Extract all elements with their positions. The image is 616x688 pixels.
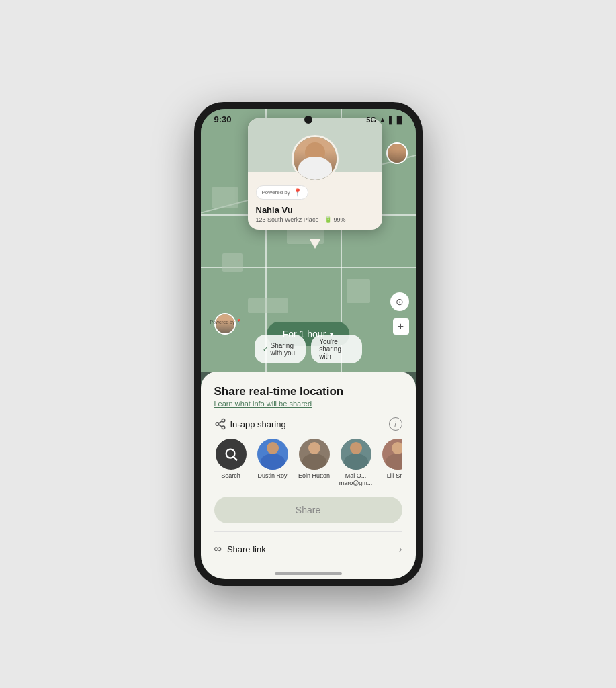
contact-search[interactable]: Search (214, 439, 248, 487)
home-indicator (201, 568, 416, 579)
search-icon (224, 447, 238, 462)
network-indicator: 5G (366, 116, 376, 124)
in-app-text: In-app sharing (230, 419, 286, 429)
share-link-label: Share link (227, 544, 266, 554)
svg-point-2 (222, 426, 225, 429)
info-icon[interactable]: i (389, 417, 402, 431)
contact-mai[interactable]: Mai O... maro@gm... (339, 439, 373, 487)
svg-point-1 (216, 423, 219, 426)
status-icons: 5G ▲ ▌ █ (366, 116, 402, 124)
separator: · (320, 216, 322, 223)
google-maps-small-icon: 📍 (236, 319, 242, 325)
svg-line-3 (218, 425, 222, 427)
map-block (347, 280, 370, 303)
share-link-left: ∞ Share link (214, 543, 266, 555)
dustin-name: Dustin Roy (257, 472, 287, 480)
battery-level: 🔋 99% (324, 216, 346, 223)
map-area[interactable]: Powered by 📍 Nahla Vu 123 South Werkz Pl… (201, 109, 416, 372)
location-card: Powered by 📍 Nahla Vu 123 South Werkz Pl… (248, 118, 382, 230)
lili-avatar (382, 439, 402, 470)
you-sharing-with-label: You're sharing with (319, 338, 353, 360)
home-bar (275, 572, 342, 575)
bottom-sheet-title: Share real-time location (214, 385, 402, 398)
bottom-sheet: Share real-time location Learn what info… (201, 372, 416, 568)
phone-screen: 9:30 5G ▲ ▌ █ (201, 109, 416, 579)
signal-icon: ▲ (379, 116, 386, 124)
share-network-icon (214, 418, 226, 430)
share-btn-label: Share (296, 505, 320, 515)
battery-icon: █ (397, 116, 402, 124)
contacts-row: Search Dustin Roy (214, 439, 402, 487)
wifi-icon: ▌ (389, 116, 394, 124)
map-block (248, 298, 288, 313)
svg-line-4 (218, 421, 222, 423)
map-powered-by: Powered by 📍 (210, 319, 243, 325)
address-text: 123 South Werkz Place (256, 216, 319, 223)
avatar-body (298, 157, 332, 180)
you-sharing-with-tab[interactable]: You're sharing with (311, 335, 361, 363)
target-icon: ⊙ (396, 296, 404, 307)
user-avatar-map (292, 135, 339, 182)
svg-line-6 (234, 458, 237, 461)
in-app-label: In-app sharing (214, 418, 286, 430)
search-label: Search (221, 472, 240, 480)
bottom-sheet-subtitle[interactable]: Learn what info will be shared (214, 400, 402, 408)
map-zoom-in-button[interactable]: + (393, 318, 409, 335)
share-link-row[interactable]: ∞ Share link › (214, 540, 402, 558)
contact-dustin[interactable]: Dustin Roy (256, 439, 290, 487)
svg-point-5 (226, 449, 234, 458)
powered-by-badge: Powered by 📍 (256, 185, 308, 200)
mai-avatar (341, 439, 371, 470)
in-app-section: In-app sharing i (214, 417, 402, 431)
camera-notch (304, 116, 312, 124)
contact-lili[interactable]: Lili Smy (381, 439, 402, 487)
dustin-avatar (257, 439, 288, 470)
sharing-with-you-tab[interactable]: ✓ Sharing with you (255, 335, 306, 363)
svg-point-0 (222, 419, 225, 423)
phone-frame: 9:30 5G ▲ ▌ █ (194, 102, 423, 586)
chevron-right-icon: › (399, 544, 402, 554)
map-pin (310, 239, 320, 249)
sharing-with-you-label: Sharing with you (271, 342, 298, 357)
map-person-avatar-2 (386, 142, 408, 164)
contact-eoin[interactable]: Eoin Hutton (298, 439, 331, 487)
sharing-tabs: ✓ Sharing with you You're sharing with (255, 335, 362, 363)
lili-name: Lili Smy (387, 472, 402, 480)
divider (214, 531, 402, 532)
powered-by-text: Powered by (262, 189, 290, 196)
search-avatar (216, 439, 247, 470)
map-target-button[interactable]: ⊙ (390, 292, 409, 311)
plus-icon: + (398, 320, 404, 333)
avatar-person (294, 137, 337, 180)
check-icon: ✓ (263, 345, 268, 353)
mai-name: Mai O... maro@gm... (339, 472, 373, 487)
map-block (222, 253, 243, 272)
map-block (212, 187, 238, 208)
link-icon: ∞ (214, 543, 222, 555)
status-time: 9:30 (214, 114, 232, 124)
location-address: 123 South Werkz Place · 🔋 99% (256, 216, 374, 223)
eoin-avatar (299, 439, 330, 470)
share-button[interactable]: Share (214, 497, 402, 523)
user-name: Nahla Vu (256, 205, 374, 215)
eoin-name: Eoin Hutton (298, 472, 330, 480)
google-maps-icon: 📍 (293, 188, 302, 197)
